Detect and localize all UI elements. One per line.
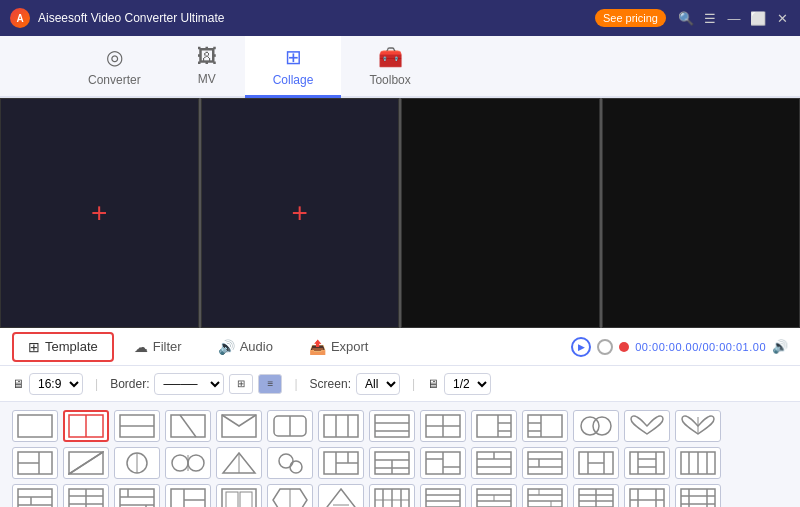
template-item-r3-7[interactable]: [318, 484, 364, 507]
svg-point-42: [279, 454, 293, 468]
template-grid: [0, 402, 800, 507]
export-tab-icon: 📤: [309, 339, 326, 355]
tool-tab-audio[interactable]: 🔊 Audio: [202, 332, 289, 362]
border-select[interactable]: ──── ──: [154, 373, 224, 395]
template-item-r2-5[interactable]: [216, 447, 262, 479]
stop-button[interactable]: [597, 339, 613, 355]
template-item-r2-12[interactable]: [573, 447, 619, 479]
tab-mv[interactable]: 🖼 MV: [169, 36, 245, 98]
template-item-r3-14[interactable]: [675, 484, 721, 507]
tab-collage[interactable]: ⊞ Collage: [245, 36, 342, 98]
record-indicator: [619, 342, 629, 352]
svg-rect-60: [528, 452, 562, 474]
minimize-icon[interactable]: —: [726, 11, 742, 26]
video-panel-4[interactable]: [602, 98, 801, 328]
border-label: Border:: [110, 377, 149, 391]
volume-icon[interactable]: 🔊: [772, 339, 788, 354]
template-item-arrow[interactable]: [216, 410, 262, 442]
template-item-circles[interactable]: [573, 410, 619, 442]
svg-rect-106: [426, 489, 460, 507]
screen-select[interactable]: All 1 2: [356, 373, 400, 395]
template-item-3h[interactable]: [369, 410, 415, 442]
video-panel-3[interactable]: [401, 98, 600, 328]
template-item-r2-3[interactable]: [114, 447, 160, 479]
tool-tab-export[interactable]: 📤 Export: [293, 332, 385, 362]
template-item-r3-4[interactable]: [165, 484, 211, 507]
screen-group: Screen: All 1 2: [310, 373, 400, 395]
app-logo: A: [10, 8, 30, 28]
template-item-single[interactable]: [12, 410, 58, 442]
svg-rect-96: [240, 492, 252, 507]
template-item-r3-13[interactable]: [624, 484, 670, 507]
aspect-icon: 🖥: [12, 377, 24, 391]
audio-tab-icon: 🔊: [218, 339, 235, 355]
template-item-r2-8[interactable]: [369, 447, 415, 479]
search-icon[interactable]: 🔍: [678, 11, 694, 26]
template-item-r2-6[interactable]: [267, 447, 313, 479]
svg-marker-34: [69, 452, 103, 474]
template-item-4bigL[interactable]: [471, 410, 517, 442]
template-item-r3-11[interactable]: [522, 484, 568, 507]
template-item-r3-10[interactable]: [471, 484, 517, 507]
pattern-btn-2[interactable]: ≡: [258, 374, 282, 394]
template-item-r2-11[interactable]: [522, 447, 568, 479]
bottom-area: ⊞ Template ☁ Filter 🔊 Audio 📤 Export ▶ 0…: [0, 328, 800, 507]
audio-tab-label: Audio: [240, 339, 273, 354]
template-item-r3-6[interactable]: [267, 484, 313, 507]
video-panel-1[interactable]: +: [0, 98, 199, 328]
tool-tab-template[interactable]: ⊞ Template: [12, 332, 114, 362]
template-item-r2-13[interactable]: [624, 447, 670, 479]
template-item-r3-3[interactable]: [114, 484, 160, 507]
template-item-2h[interactable]: [114, 410, 160, 442]
close-icon[interactable]: ✕: [774, 11, 790, 26]
collage-icon: ⊞: [285, 45, 302, 69]
template-item-r2-10[interactable]: [471, 447, 517, 479]
template-item-4bigR[interactable]: [522, 410, 568, 442]
template-item-r3-8[interactable]: [369, 484, 415, 507]
time-display: 00:00:00.00/00:00:01.00: [635, 341, 766, 353]
tab-converter[interactable]: ◎ Converter: [60, 36, 169, 98]
template-item-heart[interactable]: [624, 410, 670, 442]
tab-toolbox[interactable]: 🧰 Toolbox: [341, 36, 438, 98]
template-item-heart-split[interactable]: [675, 410, 721, 442]
monitor-group: 🖥 1/2 1/3 1/4: [427, 373, 491, 395]
template-item-r2-2[interactable]: [63, 447, 109, 479]
controls-row: 🖥 16:9 4:3 1:1 | Border: ──── ── ⊞ ≡ | S…: [0, 366, 800, 402]
border-group: Border: ──── ── ⊞ ≡: [110, 373, 282, 395]
template-item-r3-12[interactable]: [573, 484, 619, 507]
template-item-r2-9[interactable]: [420, 447, 466, 479]
template-item-r3-5[interactable]: [216, 484, 262, 507]
template-item-r2-1[interactable]: [12, 447, 58, 479]
template-item-r2-14[interactable]: [675, 447, 721, 479]
collage-label: Collage: [273, 73, 314, 87]
template-item-diag-left[interactable]: [165, 410, 211, 442]
template-item-r3-1[interactable]: [12, 484, 58, 507]
menu-icon[interactable]: ☰: [702, 11, 718, 26]
monitor-select[interactable]: 1/2 1/3 1/4: [444, 373, 491, 395]
sep1: |: [95, 377, 98, 391]
video-panel-2[interactable]: +: [201, 98, 400, 328]
pattern-btn-1[interactable]: ⊞: [229, 374, 253, 394]
svg-rect-10: [324, 415, 358, 437]
maximize-icon[interactable]: ⬜: [750, 11, 766, 26]
titlebar: A Aiseesoft Video Converter Ultimate See…: [0, 0, 800, 36]
svg-line-6: [180, 415, 196, 437]
svg-rect-19: [477, 415, 511, 437]
play-button[interactable]: ▶: [571, 337, 591, 357]
template-item-r3-9[interactable]: [420, 484, 466, 507]
pricing-button[interactable]: See pricing: [595, 9, 666, 27]
app-title: Aiseesoft Video Converter Ultimate: [38, 11, 595, 25]
aspect-ratio-select[interactable]: 16:9 4:3 1:1: [29, 373, 83, 395]
template-item-r2-4[interactable]: [165, 447, 211, 479]
template-item-2v[interactable]: [63, 410, 109, 442]
video-panels-area: + +: [0, 98, 800, 328]
template-item-rounded[interactable]: [267, 410, 313, 442]
template-item-r2-7[interactable]: [318, 447, 364, 479]
template-item-3v[interactable]: [318, 410, 364, 442]
svg-rect-0: [18, 415, 52, 437]
monitor-icon: 🖥: [427, 377, 439, 391]
template-row-1: [12, 410, 788, 442]
template-item-4grid[interactable]: [420, 410, 466, 442]
template-item-r3-2[interactable]: [63, 484, 109, 507]
tool-tab-filter[interactable]: ☁ Filter: [118, 332, 198, 362]
